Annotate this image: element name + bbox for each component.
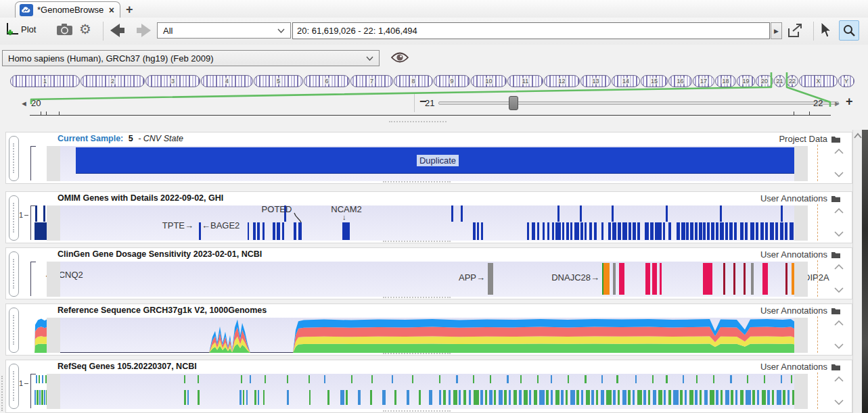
forward-button[interactable] <box>136 24 151 37</box>
refseq-gene-glyph[interactable] <box>485 390 487 405</box>
track-source[interactable]: User Annotations <box>760 362 841 372</box>
refseq-gene-glyph[interactable] <box>439 375 440 383</box>
track-scroll-up[interactable] <box>834 149 845 155</box>
refseq-gene-glyph[interactable] <box>767 390 770 405</box>
omim-gene-box[interactable] <box>720 222 724 240</box>
chromosome-18[interactable]: 18 <box>715 75 736 87</box>
omim-gene-box[interactable] <box>725 222 728 240</box>
refseq-gene-glyph[interactable] <box>39 390 41 405</box>
settings-button[interactable]: ⚙ <box>79 22 91 36</box>
omim-gene-box[interactable] <box>681 222 685 240</box>
pan-right-icon[interactable]: ► <box>833 99 841 107</box>
omim-gene-box[interactable] <box>574 222 579 240</box>
omim-gene-box[interactable] <box>473 222 476 240</box>
track-resize-handle[interactable] <box>383 353 451 354</box>
refseq-gene-glyph[interactable] <box>36 375 37 383</box>
refseq-gene-glyph[interactable] <box>513 390 517 405</box>
refseq-gene-glyph[interactable] <box>596 390 598 405</box>
refseq-gene-glyph[interactable] <box>309 390 311 405</box>
omim-gene-box[interactable] <box>760 222 764 240</box>
refseq-gene-glyph[interactable] <box>735 390 737 405</box>
refseq-gene-glyph[interactable] <box>309 375 310 383</box>
refseq-gene-glyph[interactable] <box>456 375 458 383</box>
refseq-gene-glyph[interactable] <box>407 390 409 405</box>
refseq-gene-glyph[interactable] <box>241 375 242 383</box>
refseq-gene-glyph[interactable] <box>633 390 635 405</box>
omim-gene-box[interactable] <box>298 222 302 240</box>
refseq-gene-glyph[interactable] <box>534 390 537 405</box>
refseq-gene-glyph[interactable] <box>42 375 43 383</box>
go-button[interactable]: ▶ <box>771 22 782 39</box>
refseq-gene-glyph[interactable] <box>746 390 751 405</box>
omim-gene-box[interactable] <box>668 222 671 240</box>
omim-gene-box[interactable] <box>585 222 587 240</box>
refseq-gene-glyph[interactable] <box>453 390 457 405</box>
omim-gene-tick[interactable] <box>557 205 559 222</box>
refseq-gene-glyph[interactable] <box>473 375 474 383</box>
omim-gene-box[interactable] <box>566 222 569 240</box>
select-mode-button[interactable] <box>820 22 832 39</box>
refseq-gene-glyph[interactable] <box>570 390 575 405</box>
omim-gene-box[interactable] <box>729 222 733 240</box>
refseq-gene-glyph[interactable] <box>551 375 552 383</box>
dosage-gene-bar[interactable] <box>645 263 650 295</box>
range-selector[interactable]: All <box>157 22 291 39</box>
omim-gene-box[interactable] <box>589 222 592 240</box>
dosage-gene-bar[interactable] <box>744 263 746 295</box>
chromosome-9[interactable]: 9 <box>434 75 470 87</box>
refseq-gene-glyph[interactable] <box>419 390 421 405</box>
refseq-gene-glyph[interactable] <box>648 390 650 405</box>
chromosome-12[interactable]: 12 <box>544 75 580 87</box>
refseq-gene-glyph[interactable] <box>41 390 43 405</box>
refseq-gene-glyph[interactable] <box>494 390 496 405</box>
omim-gene-box[interactable] <box>775 222 778 240</box>
refseq-gene-glyph[interactable] <box>258 390 259 405</box>
omim-gene-box[interactable] <box>199 222 201 240</box>
refseq-gene-glyph[interactable] <box>689 390 693 405</box>
refseq-gene-glyph[interactable] <box>568 375 569 383</box>
refseq-gene-glyph[interactable] <box>658 390 662 405</box>
dosage-gene-bar[interactable] <box>602 263 610 295</box>
refseq-gene-glyph[interactable] <box>265 375 266 383</box>
refseq-gene-glyph[interactable] <box>469 390 471 405</box>
tracks-scrollbar[interactable] <box>852 130 863 413</box>
refseq-gene-glyph[interactable] <box>39 375 40 383</box>
refseq-gene-glyph[interactable] <box>519 390 522 405</box>
refseq-gene-glyph[interactable] <box>613 390 616 405</box>
refseq-gene-glyph[interactable] <box>537 375 539 383</box>
omim-gene-box[interactable] <box>780 222 783 240</box>
chromosome-16[interactable]: 16 <box>668 75 692 87</box>
omim-gene-box[interactable] <box>537 222 539 240</box>
refseq-gene-glyph[interactable] <box>740 390 744 405</box>
omim-gene-box[interactable] <box>612 222 616 240</box>
refseq-gene-glyph[interactable] <box>618 390 620 405</box>
refseq-gene-glyph[interactable] <box>664 390 666 405</box>
omim-gene-box[interactable] <box>257 222 260 240</box>
refseq-gene-glyph[interactable] <box>246 390 248 405</box>
omim-gene-box[interactable] <box>273 222 275 240</box>
omim-gene-box[interactable] <box>765 222 768 240</box>
track-scroll-down[interactable] <box>834 343 845 350</box>
chromosome-13[interactable]: 13 <box>580 75 611 87</box>
omim-gene-box[interactable] <box>622 222 627 240</box>
omim-gene-box[interactable] <box>734 222 737 240</box>
refseq-gene-glyph[interactable] <box>757 390 759 405</box>
omim-gene-box[interactable] <box>601 222 603 240</box>
back-button[interactable] <box>110 24 125 37</box>
refseq-gene-glyph[interactable] <box>443 390 446 405</box>
refseq-gene-glyph[interactable] <box>392 375 393 383</box>
chromosome-3[interactable]: 3 <box>145 75 200 87</box>
refseq-gene-glyph[interactable] <box>184 375 185 383</box>
refseq-gene-glyph[interactable] <box>716 390 718 405</box>
refseq-gene-glyph[interactable] <box>695 390 698 405</box>
track-source[interactable]: User Annotations <box>760 193 841 203</box>
refseq-gene-glyph[interactable] <box>673 390 679 405</box>
refseq-gene-glyph[interactable] <box>382 390 386 405</box>
track-scroll-down[interactable] <box>834 231 845 238</box>
position-ruler[interactable]: ◄ ► 202122 <box>0 92 868 130</box>
omim-gene-box[interactable] <box>477 222 479 240</box>
refseq-gene-glyph[interactable] <box>666 375 668 383</box>
track-scroll-up[interactable] <box>834 208 845 215</box>
chromosome-8[interactable]: 8 <box>394 75 433 87</box>
refseq-gene-glyph[interactable] <box>358 390 361 405</box>
